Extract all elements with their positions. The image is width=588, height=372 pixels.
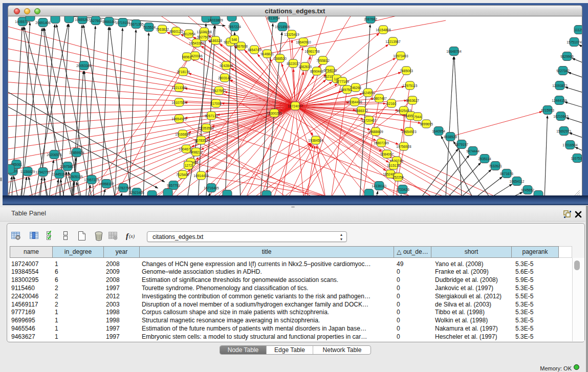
- svg-text:1272: 1272: [185, 164, 192, 167]
- svg-text:20053346: 20053346: [76, 64, 92, 68]
- svg-text:16033809: 16033809: [208, 18, 223, 22]
- svg-text:9084067: 9084067: [380, 152, 394, 156]
- svg-text:746266: 746266: [350, 86, 361, 90]
- svg-text:18807249: 18807249: [374, 141, 389, 145]
- svg-text:9245652: 9245652: [521, 188, 534, 192]
- svg-text:19384554: 19384554: [308, 139, 323, 142]
- svg-text:10655267: 10655267: [75, 18, 90, 21]
- svg-text:7944: 7944: [414, 115, 422, 119]
- svg-text:11125: 11125: [574, 28, 582, 32]
- svg-text:10807487: 10807487: [372, 97, 387, 100]
- svg-text:16154808: 16154808: [376, 28, 391, 32]
- svg-text:18724007: 18724007: [288, 104, 303, 108]
- svg-text:11445194: 11445194: [52, 172, 67, 176]
- svg-text:8912954: 8912954: [182, 32, 195, 36]
- svg-text:12942737: 12942737: [35, 170, 51, 174]
- svg-text:8215953: 8215953: [541, 108, 554, 112]
- svg-text:7485063: 7485063: [400, 69, 413, 73]
- svg-text:16961758: 16961758: [304, 50, 320, 53]
- svg-text:12213987: 12213987: [385, 40, 401, 43]
- svg-text:98961: 98961: [182, 55, 192, 59]
- svg-text:62160: 62160: [387, 102, 397, 105]
- svg-text:7625402: 7625402: [176, 173, 189, 177]
- svg-text:8813054: 8813054: [267, 16, 280, 20]
- svg-text:13325419: 13325419: [284, 33, 299, 36]
- svg-text:17859924: 17859924: [69, 151, 84, 155]
- svg-text:8454749: 8454749: [248, 48, 261, 52]
- svg-text:12975115: 12975115: [403, 84, 418, 87]
- svg-text:217006: 217006: [210, 102, 222, 105]
- svg-text:14136141: 14136141: [372, 184, 387, 188]
- svg-text:2867608: 2867608: [234, 45, 248, 48]
- svg-text:2087682: 2087682: [364, 17, 377, 21]
- svg-text:7663822: 7663822: [156, 28, 169, 31]
- svg-text:10654112: 10654112: [510, 180, 525, 183]
- svg-text:10973493: 10973493: [393, 54, 408, 58]
- svg-text:8267130: 8267130: [205, 114, 218, 118]
- svg-text:18640910: 18640910: [296, 40, 311, 44]
- svg-text:17957225: 17957225: [84, 178, 99, 182]
- svg-text:20364436: 20364436: [347, 100, 362, 104]
- svg-text:7632621: 7632621: [489, 164, 502, 168]
- svg-text:15720407: 15720407: [361, 119, 377, 122]
- svg-text:19218506: 19218506: [275, 25, 290, 29]
- svg-text:1733426: 1733426: [396, 188, 409, 191]
- svg-text:20691406: 20691406: [35, 21, 51, 25]
- svg-text:18300295: 18300295: [267, 112, 282, 115]
- svg-text:8186328: 8186328: [209, 39, 222, 42]
- svg-text:9329966: 9329966: [560, 55, 574, 58]
- svg-text:12444159: 12444159: [552, 99, 567, 102]
- svg-text:9463627: 9463627: [406, 99, 419, 102]
- svg-text:1640954: 1640954: [432, 129, 445, 133]
- svg-text:8990448: 8990448: [310, 70, 323, 73]
- svg-text:15751074: 15751074: [567, 40, 582, 44]
- svg-text:7857224: 7857224: [228, 25, 241, 29]
- svg-text:6966160: 6966160: [102, 20, 116, 24]
- svg-text:8427552: 8427552: [212, 89, 226, 93]
- svg-text:12923406: 12923406: [129, 191, 144, 194]
- svg-text:546: 546: [231, 38, 237, 41]
- svg-text:8938928: 8938928: [444, 135, 457, 139]
- svg-text:10688609: 10688609: [368, 130, 383, 134]
- svg-text:252254: 252254: [393, 176, 404, 179]
- svg-text:2935114: 2935114: [478, 157, 491, 161]
- svg-text:7515524: 7515524: [142, 26, 156, 29]
- svg-text:7955812: 7955812: [316, 59, 330, 62]
- svg-text:3498222: 3498222: [189, 150, 203, 154]
- svg-text:(x): (x): [129, 233, 135, 239]
- svg-text:16671355: 16671355: [128, 23, 144, 26]
- svg-text:16210643: 16210643: [553, 115, 569, 118]
- svg-text:2718176: 2718176: [177, 70, 190, 74]
- svg-text:15692971: 15692971: [556, 129, 572, 133]
- svg-text:6879197: 6879197: [455, 143, 468, 146]
- svg-text:8678352: 8678352: [194, 139, 208, 142]
- svg-text:1588520: 1588520: [273, 57, 287, 60]
- svg-text:6794028: 6794028: [323, 69, 337, 72]
- svg-text:19654923: 19654923: [401, 130, 417, 134]
- svg-text:2803144: 2803144: [218, 76, 231, 80]
- svg-text:20206576: 20206576: [47, 153, 62, 157]
- svg-text:9777169: 9777169: [336, 80, 349, 83]
- svg-text:9146821: 9146821: [260, 52, 274, 56]
- svg-text:3624554: 3624554: [361, 91, 375, 95]
- svg-text:9327505: 9327505: [197, 35, 210, 39]
- svg-text:9474444: 9474444: [466, 149, 480, 153]
- svg-text:19756928: 19756928: [396, 145, 411, 148]
- svg-text:9227342: 9227342: [556, 69, 570, 73]
- svg-text:7886372: 7886372: [355, 109, 368, 113]
- svg-text:12353594: 12353594: [199, 126, 214, 130]
- svg-text:1362615: 1362615: [298, 65, 312, 69]
- svg-text:19166825: 19166825: [175, 133, 190, 136]
- svg-text:12213389: 12213389: [171, 86, 187, 90]
- svg-text:17016504: 17016504: [562, 143, 578, 147]
- svg-text:9857791: 9857791: [167, 184, 180, 187]
- svg-text:12093872: 12093872: [552, 84, 568, 87]
- svg-text:15716485: 15716485: [204, 186, 219, 190]
- svg-text:20975867: 20975867: [60, 165, 75, 168]
- svg-text:16543362: 16543362: [189, 41, 204, 45]
- svg-text:19654925: 19654925: [171, 117, 187, 121]
- svg-text:9899695: 9899695: [420, 122, 433, 126]
- svg-text:8471676: 8471676: [500, 172, 513, 176]
- svg-text:1615132: 1615132: [387, 164, 400, 167]
- svg-text:11156829: 11156829: [20, 170, 35, 173]
